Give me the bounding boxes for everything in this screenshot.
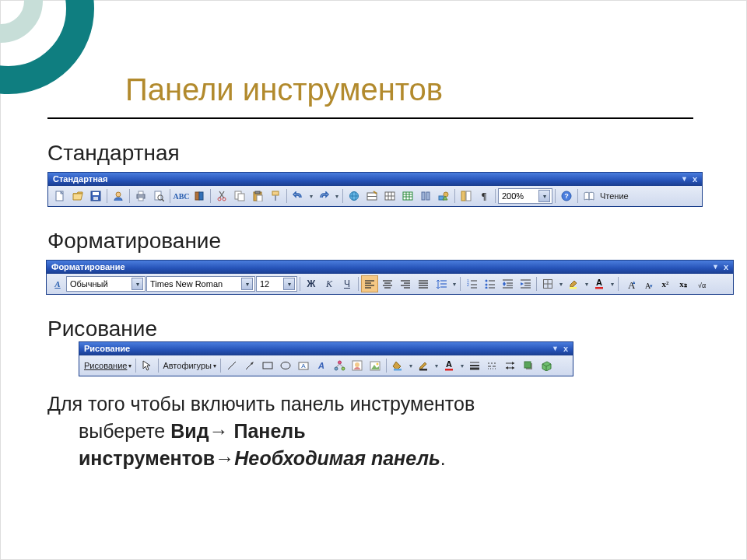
insert-table-icon[interactable] (381, 187, 398, 205)
research-icon[interactable] (191, 187, 208, 205)
styles-pane-icon[interactable]: A (50, 275, 65, 292)
toolbar-drawing-titlebar[interactable]: Рисование ▼ x (79, 342, 573, 355)
oval-icon[interactable] (277, 357, 294, 374)
borders-dropdown[interactable]: ▾ (557, 277, 564, 291)
line-spacing-dropdown[interactable]: ▾ (451, 277, 458, 291)
svg-text:▴: ▴ (633, 279, 635, 285)
fill-dropdown[interactable]: ▾ (407, 359, 414, 373)
close-icon[interactable]: x (724, 261, 728, 274)
shrink-font-icon[interactable]: A▾ (639, 275, 656, 292)
align-left-icon[interactable] (361, 275, 378, 292)
underline-button[interactable]: Ч (338, 275, 356, 292)
svg-rect-100 (263, 362, 272, 369)
show-marks-icon[interactable]: ¶ (475, 187, 493, 205)
hyperlink-icon[interactable] (345, 187, 363, 205)
chevron-down-icon[interactable]: ▾ (283, 278, 295, 290)
clipart-icon[interactable] (349, 357, 366, 374)
textbox-icon[interactable]: A (295, 357, 312, 374)
svg-rect-3 (93, 197, 98, 200)
fill-color-icon[interactable] (389, 357, 406, 374)
svg-rect-115 (394, 369, 402, 371)
line-icon[interactable] (223, 357, 240, 374)
outdent-icon[interactable] (499, 275, 516, 292)
select-objects-icon[interactable] (139, 357, 156, 374)
toolbar-options-icon[interactable]: ▼ (681, 173, 688, 186)
insert-worksheet-icon[interactable] (399, 187, 416, 205)
svg-point-106 (335, 367, 338, 370)
diagram-icon[interactable] (331, 357, 348, 374)
spellcheck-icon[interactable]: ABC (173, 187, 190, 205)
svg-point-105 (338, 361, 341, 364)
chevron-down-icon[interactable]: ▾ (132, 278, 143, 290)
autoshapes-menu[interactable]: Автофигуры ▾ (161, 361, 218, 370)
style-combo[interactable]: Обычный ▾ (66, 276, 146, 292)
dash-style-icon[interactable] (484, 357, 501, 374)
subscript-button[interactable]: x₂ (675, 275, 692, 292)
redo-icon[interactable] (315, 187, 332, 205)
toolbar-standard-titlebar[interactable]: Стандартная ▼ x (48, 173, 702, 186)
superscript-button[interactable]: x² (657, 275, 674, 292)
align-justify-icon[interactable] (415, 275, 432, 292)
font-color-icon[interactable]: A (591, 275, 608, 292)
indent-icon[interactable] (517, 275, 534, 292)
line-color-icon[interactable] (415, 357, 432, 374)
zoom-combo[interactable]: 200% ▾ (498, 188, 552, 204)
font-color-dropdown[interactable]: ▾ (608, 277, 615, 291)
print-preview-icon[interactable] (150, 187, 167, 205)
cut-icon[interactable] (213, 187, 230, 205)
read-mode-label[interactable]: Чтение (598, 191, 630, 201)
permissions-icon[interactable] (110, 187, 127, 205)
open-icon[interactable] (69, 187, 86, 205)
new-doc-icon[interactable] (51, 187, 68, 205)
toolbar-options-icon[interactable]: ▼ (712, 261, 719, 274)
chevron-down-icon[interactable]: ▾ (538, 190, 550, 202)
svg-line-10 (162, 199, 164, 201)
undo-icon[interactable] (289, 187, 307, 205)
italic-button[interactable]: К (321, 275, 338, 292)
line-style-icon[interactable] (466, 357, 483, 374)
print-icon[interactable] (132, 187, 149, 205)
highlight-icon[interactable] (565, 275, 582, 292)
help-icon[interactable]: ? (558, 187, 575, 205)
wordart-icon[interactable]: A (313, 357, 330, 374)
insert-picture-icon[interactable] (366, 357, 384, 374)
font-combo[interactable]: Times New Roman ▾ (146, 276, 255, 292)
read-mode-icon[interactable] (580, 187, 598, 205)
toolbar-options-icon[interactable]: ▼ (552, 342, 559, 355)
arrow-icon[interactable] (241, 357, 258, 374)
draw-menu[interactable]: Рисование ▾ (82, 361, 133, 370)
align-center-icon[interactable] (379, 275, 396, 292)
drawing-toolbar-icon[interactable] (435, 187, 452, 205)
copy-icon[interactable] (231, 187, 248, 205)
borders-icon[interactable] (539, 275, 556, 292)
tables-borders-icon[interactable] (363, 187, 381, 205)
close-icon[interactable]: x (563, 342, 568, 355)
svg-marker-127 (512, 362, 514, 365)
font-color-dropdown[interactable]: ▾ (458, 359, 465, 373)
grow-font-icon[interactable]: A▴ (621, 275, 638, 292)
bullet-list-icon[interactable] (481, 275, 498, 292)
highlight-dropdown[interactable]: ▾ (583, 277, 590, 291)
redo-dropdown-icon[interactable]: ▾ (333, 189, 340, 203)
arrow-style-icon[interactable] (502, 357, 519, 374)
bold-button[interactable]: Ж (303, 275, 320, 292)
undo-dropdown-icon[interactable]: ▾ (307, 189, 314, 203)
char-scaling-icon[interactable]: √α (693, 275, 710, 292)
3d-icon[interactable] (538, 357, 555, 374)
size-combo[interactable]: 12 ▾ (256, 276, 297, 292)
save-icon[interactable] (87, 187, 104, 205)
paste-icon[interactable] (249, 187, 266, 205)
columns-icon[interactable] (417, 187, 434, 205)
numbered-list-icon[interactable]: 12 (463, 275, 480, 292)
font-color-draw-icon[interactable]: A (440, 357, 458, 374)
shadow-icon[interactable] (520, 357, 537, 374)
doc-map-icon[interactable] (458, 187, 475, 205)
rectangle-icon[interactable] (259, 357, 276, 374)
line-spacing-icon[interactable] (433, 275, 450, 292)
format-painter-icon[interactable] (267, 187, 284, 205)
align-right-icon[interactable] (397, 275, 414, 292)
line-color-dropdown[interactable]: ▾ (433, 359, 440, 373)
toolbar-format-titlebar[interactable]: Форматирование ▼ x (47, 261, 733, 274)
close-icon[interactable]: x (693, 173, 697, 186)
chevron-down-icon[interactable]: ▾ (241, 278, 253, 290)
